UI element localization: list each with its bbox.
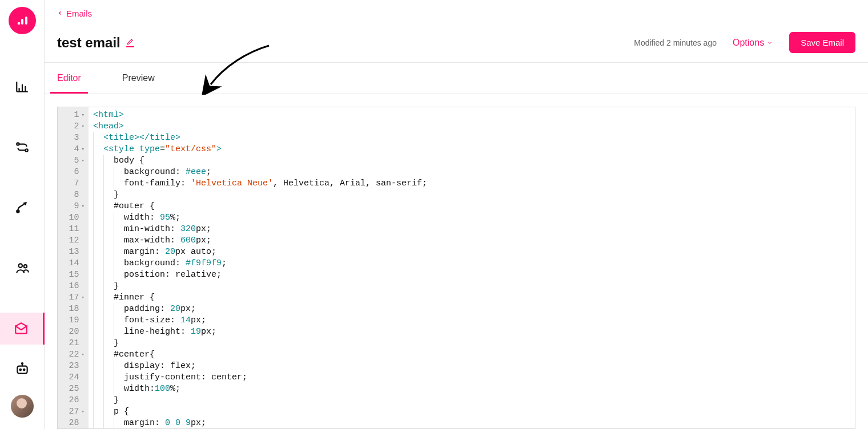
code-line[interactable]: display: flex; — [93, 361, 855, 372]
line-number: 18 — [58, 303, 86, 315]
editor-area: 1▾2▾3 4▾5▾6 7 8 9▾10 11 12 13 14 15 16 1… — [45, 94, 868, 429]
nav-journeys[interactable] — [0, 192, 45, 224]
code-line[interactable]: font-size: 14px; — [93, 315, 855, 326]
svg-point-10 — [17, 210, 19, 212]
line-number: 15 — [58, 269, 86, 281]
code-line[interactable]: font-family: 'Helvetica Neue', Helvetica… — [93, 178, 855, 189]
gutter: 1▾2▾3 4▾5▾6 7 8 9▾10 11 12 13 14 15 16 1… — [58, 107, 89, 428]
code-line[interactable]: margin: 0 0 9px; — [93, 418, 855, 428]
code-body[interactable]: <html><head><title></title><style type="… — [89, 107, 855, 428]
line-number: 19 — [58, 315, 86, 326]
line-number: 27▾ — [58, 406, 86, 418]
code-editor[interactable]: 1▾2▾3 4▾5▾6 7 8 9▾10 11 12 13 14 15 16 1… — [57, 107, 855, 429]
line-number: 12 — [58, 235, 86, 246]
code-line[interactable]: justify-content: center; — [93, 372, 855, 383]
line-number: 28 — [58, 418, 86, 429]
code-line[interactable]: } — [93, 281, 855, 292]
line-number: 9▾ — [58, 201, 86, 212]
code-line[interactable]: <head> — [93, 121, 855, 132]
main: Emails test email Modified 2 minutes ago… — [45, 0, 868, 429]
journey-icon — [15, 200, 30, 215]
save-button[interactable]: Save Email — [789, 32, 855, 53]
code-line[interactable]: <style type="text/css"> — [93, 144, 855, 155]
code-line[interactable]: } — [93, 189, 855, 201]
nav-analytics[interactable] — [0, 71, 45, 103]
sidebar-bottom — [11, 362, 34, 429]
bar-chart-icon — [15, 79, 30, 94]
line-number: 1▾ — [58, 110, 86, 121]
svg-rect-1 — [21, 19, 23, 25]
envelope-icon — [14, 321, 29, 336]
line-number: 14 — [58, 258, 86, 269]
nav-people[interactable] — [0, 252, 45, 284]
nav-flows[interactable] — [0, 131, 45, 163]
sidebar — [0, 0, 45, 429]
line-number: 2▾ — [58, 121, 86, 132]
code-line[interactable]: body { — [93, 155, 855, 167]
line-number: 20 — [58, 326, 86, 338]
flow-icon — [15, 140, 30, 155]
line-number: 13 — [58, 246, 86, 258]
line-number: 4▾ — [58, 144, 86, 155]
back-link-label: Emails — [66, 9, 92, 18]
svg-point-15 — [21, 363, 22, 364]
edit-title-button[interactable] — [126, 38, 134, 47]
nav-bot[interactable] — [15, 362, 30, 379]
back-link[interactable]: Emails — [57, 9, 92, 18]
tabs: Editor Preview — [45, 63, 868, 94]
code-line[interactable]: margin: 20px auto; — [93, 246, 855, 258]
code-line[interactable]: position: relative; — [93, 269, 855, 281]
bot-icon — [15, 362, 30, 377]
options-menu[interactable]: Options — [733, 38, 773, 48]
code-line[interactable]: <html> — [93, 110, 855, 121]
svg-point-11 — [18, 264, 22, 268]
nav — [0, 71, 44, 345]
line-number: 3 — [58, 132, 86, 144]
modified-text: Modified 2 minutes ago — [634, 38, 717, 47]
code-line[interactable]: background: #f9f9f9; — [93, 258, 855, 269]
logo[interactable] — [9, 7, 36, 34]
tab-preview[interactable]: Preview — [122, 63, 155, 94]
code-line[interactable]: <title></title> — [93, 132, 855, 144]
line-number: 11 — [58, 224, 86, 235]
nav-emails[interactable] — [0, 313, 45, 345]
code-line[interactable]: background: #eee; — [93, 167, 855, 178]
line-number: 25 — [58, 383, 86, 395]
code-line[interactable]: p { — [93, 406, 855, 418]
svg-point-17 — [23, 369, 25, 371]
line-number: 24 — [58, 372, 86, 383]
chevron-down-icon — [766, 39, 773, 46]
line-number: 5▾ — [58, 155, 86, 167]
code-line[interactable]: #inner { — [93, 292, 855, 303]
logo-icon — [15, 14, 29, 27]
line-number: 21 — [58, 338, 86, 349]
code-line[interactable]: padding: 20px; — [93, 303, 855, 315]
code-line[interactable]: line-height: 19px; — [93, 326, 855, 338]
line-number: 7 — [58, 178, 86, 189]
line-number: 17▾ — [58, 292, 86, 303]
svg-point-9 — [25, 149, 27, 151]
chevron-left-icon — [57, 10, 63, 16]
svg-rect-13 — [17, 366, 27, 374]
svg-point-8 — [17, 143, 19, 145]
line-number: 22▾ — [58, 349, 86, 361]
code-line[interactable]: #center{ — [93, 349, 855, 361]
code-line[interactable]: max-width: 600px; — [93, 235, 855, 246]
code-line[interactable]: width:100%; — [93, 383, 855, 395]
avatar[interactable] — [11, 395, 34, 418]
line-number: 6 — [58, 167, 86, 178]
code-line[interactable]: min-width: 320px; — [93, 224, 855, 235]
line-number: 16 — [58, 281, 86, 292]
svg-point-12 — [23, 265, 26, 268]
header: Emails test email Modified 2 minutes ago… — [45, 0, 868, 53]
code-line[interactable]: } — [93, 395, 855, 406]
code-line[interactable]: #outer { — [93, 201, 855, 212]
options-label: Options — [733, 38, 764, 48]
code-line[interactable]: } — [93, 338, 855, 349]
svg-point-0 — [17, 22, 20, 25]
code-line[interactable]: width: 95%; — [93, 212, 855, 224]
svg-point-16 — [19, 369, 21, 371]
line-number: 23 — [58, 361, 86, 372]
people-icon — [15, 261, 30, 276]
tab-editor[interactable]: Editor — [57, 63, 81, 94]
